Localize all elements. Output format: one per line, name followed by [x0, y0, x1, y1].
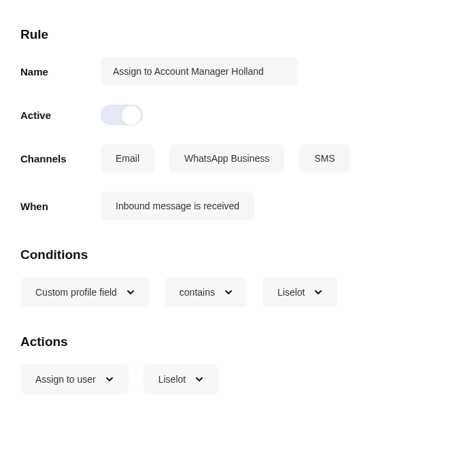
channels-label: Channels	[20, 153, 101, 164]
conditions-row: Custom profile field contains Liselot	[20, 277, 456, 307]
condition-value-select[interactable]: Liselot	[262, 277, 337, 307]
chevron-down-icon	[195, 375, 203, 383]
conditions-section-title: Conditions	[20, 247, 456, 262]
when-field-row: When Inbound message is received	[20, 192, 456, 220]
channel-pill-email[interactable]: Email	[101, 144, 154, 173]
actions-section-title: Actions	[20, 334, 456, 349]
when-value-pill[interactable]: Inbound message is received	[101, 192, 254, 220]
channel-pill-sms[interactable]: SMS	[299, 144, 350, 173]
condition-operator-label: contains	[180, 287, 215, 298]
chevron-down-icon	[105, 375, 114, 383]
chevron-down-icon	[224, 288, 233, 296]
active-label: Active	[20, 109, 101, 121]
active-field-row: Active	[20, 105, 456, 125]
active-toggle[interactable]	[101, 105, 143, 125]
toggle-knob	[122, 106, 141, 125]
when-label: When	[20, 201, 101, 212]
channels-field-row: Channels Email WhatsApp Business SMS	[20, 144, 456, 173]
channel-pill-whatsapp[interactable]: WhatsApp Business	[169, 144, 284, 173]
rule-section-title: Rule	[20, 27, 456, 42]
name-field-row: Name	[20, 57, 456, 86]
action-type-select[interactable]: Assign to user	[20, 364, 129, 394]
name-input[interactable]	[101, 57, 298, 86]
condition-value-label: Liselot	[277, 287, 305, 298]
condition-operator-select[interactable]: contains	[165, 277, 248, 307]
channels-list: Email WhatsApp Business SMS	[101, 144, 350, 173]
chevron-down-icon	[126, 288, 135, 296]
action-target-label: Liselot	[158, 374, 186, 385]
condition-field-label: Custom profile field	[35, 287, 117, 298]
action-target-select[interactable]: Liselot	[143, 364, 218, 394]
action-type-label: Assign to user	[35, 374, 96, 385]
chevron-down-icon	[314, 288, 322, 296]
condition-field-select[interactable]: Custom profile field	[20, 277, 150, 307]
actions-row: Assign to user Liselot	[20, 364, 456, 394]
name-label: Name	[20, 66, 101, 77]
